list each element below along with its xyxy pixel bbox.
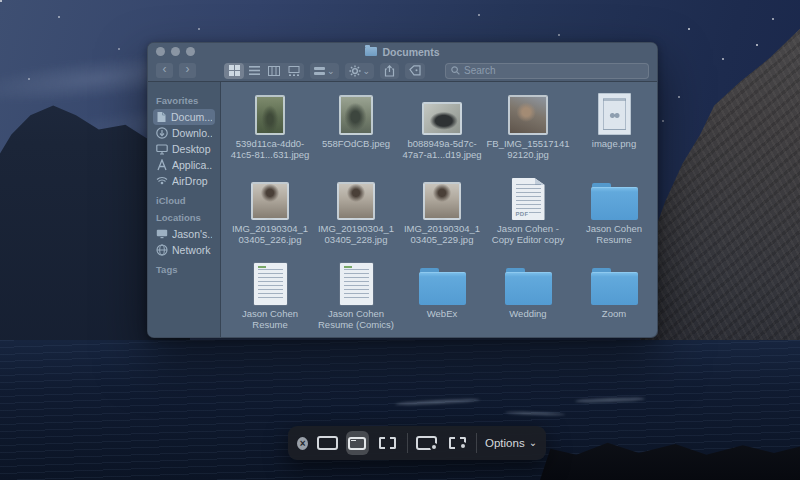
- record-dot-icon: [430, 443, 438, 451]
- file-name: Jason CohenResume (Comics): [313, 309, 399, 331]
- file-item[interactable]: image.png: [571, 87, 657, 172]
- record-dot-icon: [459, 442, 467, 450]
- search-field[interactable]: [445, 63, 649, 79]
- airdrop-icon: [156, 175, 168, 187]
- column-view-icon: [268, 66, 280, 76]
- divider: [476, 433, 477, 453]
- sidebar-item-documents[interactable]: Docum...: [153, 109, 215, 125]
- window-title-text: Documents: [382, 46, 439, 58]
- finder-sidebar: Favorites Docum... Downlo... Desktop App…: [148, 82, 221, 338]
- file-name: WebEx: [399, 309, 485, 320]
- window-title: Documents: [148, 43, 657, 60]
- file-item[interactable]: WebEx: [399, 257, 485, 338]
- sidebar-section-favorites: Favorites: [156, 95, 212, 106]
- file-item[interactable]: Jason CohenResume: [227, 257, 313, 338]
- desktop-icon: [156, 144, 168, 155]
- record-entire-screen-button[interactable]: [416, 431, 438, 455]
- back-button[interactable]: ‹: [156, 63, 173, 78]
- divider: [407, 433, 408, 453]
- file-item[interactable]: IMG_20190304_103405_228.jpg: [313, 172, 399, 257]
- file-grid: 539d11ca-4dd0-41c5-81...631.jpeg 558FOdC…: [221, 82, 658, 338]
- file-item[interactable]: 539d11ca-4dd0-41c5-81...631.jpeg: [227, 87, 313, 172]
- list-view-icon: [249, 65, 260, 76]
- file-name: b088949a-5d7c-47a7-a1...d19.jpeg: [399, 139, 485, 161]
- finder-toolbar: ‹ › ⌄ ⌄: [148, 60, 657, 82]
- screenshot-toolbar: × Options ⌄: [288, 426, 546, 460]
- minimize-window-button[interactable]: [171, 47, 180, 56]
- chevron-down-icon: ⌄: [363, 67, 371, 75]
- file-thumbnail: [598, 93, 631, 135]
- file-name: FB_IMG_1551714192120.jpg: [485, 139, 571, 161]
- mac-icon: [156, 229, 168, 239]
- downloads-icon: [156, 127, 168, 139]
- action-button[interactable]: ⌄: [345, 63, 375, 79]
- network-globe-icon: [156, 244, 168, 256]
- file-thumbnail: [254, 263, 287, 305]
- sidebar-item-label: Docum...: [171, 111, 212, 123]
- file-name: 558FOdCB.jpeg: [313, 139, 399, 150]
- file-thumbnail: [591, 268, 638, 305]
- file-name: IMG_20190304_103405_226.jpg: [227, 224, 313, 246]
- file-item[interactable]: PDF Jason Cohen -Copy Editor copy: [485, 172, 571, 257]
- sidebar-item-label: Jason's...: [172, 228, 212, 240]
- file-item[interactable]: 558FOdCB.jpeg: [313, 87, 399, 172]
- sidebar-item-network[interactable]: Network: [153, 242, 215, 258]
- document-icon: [156, 111, 167, 123]
- file-item[interactable]: FB_IMG_1551714192120.jpg: [485, 87, 571, 172]
- capture-selected-portion-button[interactable]: [377, 431, 399, 455]
- file-name: image.png: [571, 139, 657, 150]
- share-button[interactable]: [380, 63, 399, 79]
- sidebar-item-downloads[interactable]: Downlo...: [153, 125, 215, 141]
- sidebar-item-label: Desktop: [172, 143, 211, 155]
- file-thumbnail: PDF: [512, 178, 545, 220]
- search-input[interactable]: [464, 65, 643, 76]
- file-name: Jason CohenResume: [571, 224, 657, 246]
- file-thumbnail: [591, 183, 638, 220]
- file-name: IMG_20190304_103405_229.jpg: [399, 224, 485, 246]
- options-button[interactable]: Options ⌄: [485, 437, 537, 449]
- file-item[interactable]: IMG_20190304_103405_229.jpg: [399, 172, 485, 257]
- chevron-down-icon: ⌄: [529, 439, 537, 447]
- close-window-button[interactable]: [156, 47, 165, 56]
- file-item[interactable]: Zoom: [571, 257, 657, 338]
- zoom-window-button[interactable]: [186, 47, 195, 56]
- file-thumbnail: [419, 268, 466, 305]
- file-item[interactable]: Wedding: [485, 257, 571, 338]
- forward-button[interactable]: ›: [179, 63, 196, 78]
- gallery-view-icon: [288, 66, 300, 76]
- sidebar-item-label: Applica...: [172, 159, 212, 171]
- sidebar-section-icloud: iCloud: [156, 195, 212, 206]
- chevron-down-icon: ⌄: [327, 67, 335, 75]
- file-thumbnail: [423, 182, 461, 220]
- gallery-view-button[interactable]: [284, 63, 304, 79]
- sidebar-item-label: Network: [172, 244, 211, 256]
- file-item[interactable]: Jason CohenResume (Comics): [313, 257, 399, 338]
- group-button[interactable]: ⌄: [310, 63, 339, 79]
- sidebar-item-jasons-mac[interactable]: Jason's...: [153, 226, 215, 242]
- tag-button[interactable]: [405, 63, 425, 79]
- sidebar-item-label: AirDrop: [172, 175, 208, 187]
- file-item[interactable]: Jason CohenResume: [571, 172, 657, 257]
- list-view-button[interactable]: [244, 63, 264, 79]
- file-name: Jason CohenResume: [227, 309, 313, 331]
- file-item[interactable]: b088949a-5d7c-47a7-a1...d19.jpeg: [399, 87, 485, 172]
- file-thumbnail: [339, 95, 373, 135]
- sidebar-item-airdrop[interactable]: AirDrop: [153, 173, 215, 189]
- capture-entire-screen-button[interactable]: [316, 431, 338, 455]
- record-selected-portion-button[interactable]: [446, 431, 468, 455]
- sidebar-item-desktop[interactable]: Desktop: [153, 141, 215, 157]
- sidebar-section-tags: Tags: [156, 264, 212, 275]
- sidebar-item-applications[interactable]: Applica...: [153, 157, 215, 173]
- desktop-wallpaper: Documents ‹ › ⌄: [0, 0, 800, 480]
- close-icon[interactable]: ×: [297, 437, 308, 450]
- file-name: Jason Cohen -Copy Editor copy: [485, 224, 571, 246]
- file-item[interactable]: IMG_20190304_103405_226.jpg: [227, 172, 313, 257]
- column-view-button[interactable]: [264, 63, 284, 79]
- traffic-lights: [156, 47, 195, 56]
- selection-icon: [379, 437, 396, 449]
- icon-view-button[interactable]: [224, 63, 244, 79]
- title-bar[interactable]: Documents: [148, 43, 657, 60]
- options-label: Options: [485, 437, 525, 449]
- capture-selected-window-button[interactable]: [346, 431, 368, 455]
- file-name: Zoom: [571, 309, 657, 320]
